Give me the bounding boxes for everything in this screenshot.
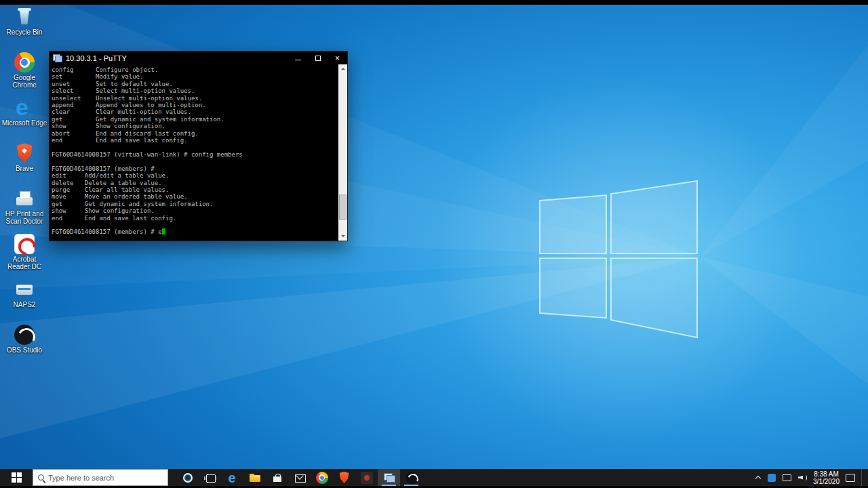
close-button[interactable]: ×	[328, 52, 347, 64]
terminal-line	[52, 144, 336, 150]
taskbar-button-obs[interactable]	[400, 469, 422, 486]
terminal-scrollbar[interactable]	[338, 64, 347, 241]
volume-icon[interactable]	[797, 473, 807, 483]
obs-icon	[406, 472, 418, 484]
network-icon[interactable]	[782, 473, 791, 483]
edge-icon	[226, 472, 239, 484]
obs-studio-icon	[14, 325, 35, 345]
recycle-bin-icon	[14, 7, 35, 27]
file-explorer-icon	[249, 472, 261, 484]
terminal-line: append Append values to multi-option.	[52, 102, 336, 108]
terminal-line: show Show configuration.	[52, 207, 336, 214]
terminal-line: FGT60D4614008157 (virtual-wan-link) # co…	[52, 151, 336, 158]
terminal-line: edit Add/edit a table value.	[52, 172, 336, 179]
terminal-line: get Get dynamic and system information.	[52, 201, 336, 207]
taskbar-button-file-explorer[interactable]	[243, 469, 266, 486]
desktop-icon-naps2[interactable]: NAPS2	[0, 279, 49, 321]
putty-window-title: 10.30.3.1 - PuTTY	[66, 54, 127, 62]
desktop-icon-obs-studio[interactable]: OBS Studio	[0, 325, 49, 367]
taskbar-search[interactable]	[33, 469, 168, 486]
putty-icon	[383, 472, 395, 484]
terminal-line: FGT60D4614008157 (members) #	[52, 165, 336, 172]
taskbar-button-putty[interactable]	[378, 469, 400, 486]
windows-logo	[540, 181, 697, 338]
start-button[interactable]	[0, 469, 33, 486]
taskbar-button-store[interactable]	[266, 469, 288, 486]
system-tray: 8:38 AM 3/1/2020	[755, 469, 868, 486]
terminal-line: get Get dynamic and system information.	[52, 116, 336, 123]
terminal-line: abort End and discard last config.	[52, 130, 336, 137]
google-chrome-icon	[14, 52, 35, 73]
action-center-icon[interactable]	[846, 474, 855, 482]
show-desktop-button[interactable]	[861, 469, 864, 486]
taskbar-button-mail[interactable]	[288, 469, 311, 486]
desktop-icon-recycle-bin[interactable]: Recycle Bin	[0, 7, 49, 49]
taskbar: 8:38 AM 3/1/2020	[0, 469, 868, 486]
terminal-line: set Modify value.	[52, 73, 336, 80]
letterbox-top	[0, 0, 868, 5]
terminal-line: unset Set to default value.	[52, 81, 336, 87]
terminal-prompt-line: FGT60D4614008157 (members) # e	[52, 228, 336, 235]
windows-logo-icon	[12, 472, 22, 483]
taskbar-button-dark-app[interactable]	[355, 469, 378, 486]
desktop-icon-label: Brave	[16, 165, 33, 172]
hp-print-scan-doctor-icon	[14, 188, 35, 209]
terminal-prompt-text: FGT60D4614008157 (members) # e	[52, 228, 162, 235]
desktop[interactable]: Recycle Bin Google Chrome Microsoft Edge…	[0, 5, 868, 469]
hidden-icons-chevron-icon[interactable]	[755, 474, 762, 481]
scroll-up-arrow[interactable]	[338, 64, 347, 73]
terminal-line: unselect Unselect multi-option values.	[52, 95, 336, 102]
clock-time: 8:38 AM	[814, 470, 839, 478]
scrollbar-thumb[interactable]	[339, 195, 347, 219]
taskbar-button-edge[interactable]	[221, 469, 243, 486]
minimize-button[interactable]	[288, 52, 308, 64]
taskbar-button-cortana[interactable]	[176, 469, 199, 486]
desktop-icon-microsoft-edge[interactable]: Microsoft Edge	[0, 98, 49, 140]
putty-window: 10.30.3.1 - PuTTY × config Configure obj…	[49, 51, 348, 241]
task-view-icon	[204, 472, 216, 484]
terminal-line: clear Clear multi-option values.	[52, 108, 336, 115]
search-input[interactable]	[48, 474, 163, 482]
mail-icon	[294, 472, 306, 484]
desktop-icon-acrobat-reader-dc[interactable]: Acrobat Reader DC	[0, 234, 49, 276]
dark-app-icon	[361, 472, 373, 484]
acrobat-reader-dc-icon	[14, 234, 35, 254]
terminal-line	[52, 158, 336, 165]
scroll-down-arrow[interactable]	[338, 232, 347, 241]
tray-app-icon[interactable]	[768, 474, 776, 482]
screen: Recycle Bin Google Chrome Microsoft Edge…	[0, 0, 868, 488]
microsoft-edge-icon	[14, 98, 35, 118]
desktop-icon-label: Recycle Bin	[7, 28, 43, 36]
desktop-icon-label: OBS Studio	[7, 346, 42, 354]
maximize-button[interactable]	[308, 52, 328, 64]
desktop-icon-label: HP Print and Scan Doctor	[1, 210, 47, 225]
cortana-icon	[182, 472, 194, 484]
terminal-line: end End and save last config.	[52, 137, 336, 144]
terminal-cursor	[162, 228, 165, 235]
taskbar-button-task-view[interactable]	[199, 469, 221, 486]
chrome-icon	[316, 472, 328, 484]
naps2-icon	[14, 279, 35, 300]
desktop-icon-google-chrome[interactable]: Google Chrome	[0, 52, 49, 94]
taskbar-clock[interactable]: 8:38 AM 3/1/2020	[813, 470, 840, 485]
taskbar-button-brave[interactable]	[333, 469, 355, 486]
terminal-output: config Configure object.set Modify value…	[52, 66, 336, 236]
terminal-line	[52, 222, 336, 228]
putty-titlebar[interactable]: 10.30.3.1 - PuTTY ×	[50, 52, 347, 64]
terminal-line: delete Delete a table value.	[52, 180, 336, 186]
taskbar-button-chrome[interactable]	[311, 469, 333, 486]
taskbar-apps	[176, 469, 422, 486]
desktop-icon-label: NAPS2	[14, 301, 36, 308]
clock-date: 3/1/2020	[813, 478, 840, 485]
maximize-icon	[315, 56, 321, 61]
terminal-line: move Move an ordered table value.	[52, 193, 336, 200]
desktop-icon-label: Acrobat Reader DC	[1, 256, 47, 270]
terminal[interactable]: config Configure object.set Modify value…	[50, 64, 347, 241]
desktop-icon-hp-print-scan-doctor[interactable]: HP Print and Scan Doctor	[0, 188, 49, 230]
putty-app-icon	[53, 54, 62, 62]
desktop-icon-brave[interactable]: Brave	[0, 143, 49, 185]
caption-buttons: ×	[288, 52, 347, 64]
desktop-icons: Recycle Bin Google Chrome Microsoft Edge…	[0, 7, 49, 370]
terminal-line: config Configure object.	[52, 66, 336, 73]
desktop-icon-label: Microsoft Edge	[2, 119, 47, 127]
